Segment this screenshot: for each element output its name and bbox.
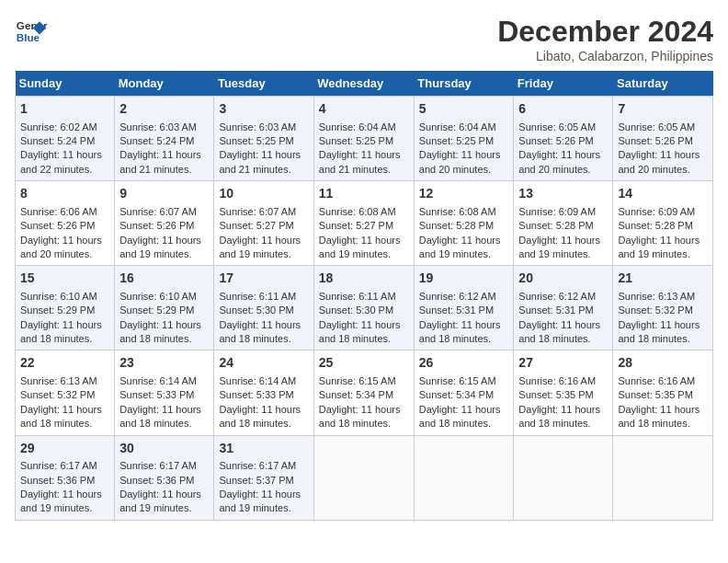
calendar-cell: 24Sunrise: 6:14 AMSunset: 5:33 PMDayligh… xyxy=(214,350,313,435)
day-number: 14 xyxy=(618,185,708,203)
sunrise-text: Sunrise: 6:04 AM xyxy=(419,121,496,132)
calendar-cell: 29Sunrise: 6:17 AMSunset: 5:36 PMDayligh… xyxy=(16,435,115,520)
day-number: 26 xyxy=(419,354,509,373)
daylight-label: Daylight: 11 hours and 21 minutes. xyxy=(119,149,201,174)
calendar-cell: 20Sunrise: 6:12 AMSunset: 5:31 PMDayligh… xyxy=(514,266,613,350)
sunset-text: Sunset: 5:29 PM xyxy=(20,304,95,316)
day-number: 20 xyxy=(518,270,608,288)
calendar-cell: 8Sunrise: 6:06 AMSunset: 5:26 PMDaylight… xyxy=(16,181,115,266)
day-number: 7 xyxy=(618,100,708,119)
calendar-cell xyxy=(313,435,414,520)
daylight-label: Daylight: 11 hours and 20 minutes. xyxy=(419,149,501,174)
calendar-week-row: 1Sunrise: 6:02 AMSunset: 5:24 PMDaylight… xyxy=(16,97,713,181)
logo: General Blue xyxy=(15,15,48,48)
sunrise-text: Sunrise: 6:12 AM xyxy=(419,291,496,302)
daylight-label: Daylight: 11 hours and 18 minutes. xyxy=(20,404,102,429)
calendar-cell: 12Sunrise: 6:08 AMSunset: 5:28 PMDayligh… xyxy=(414,181,514,266)
calendar-cell: 31Sunrise: 6:17 AMSunset: 5:37 PMDayligh… xyxy=(214,435,313,520)
day-number: 9 xyxy=(119,185,209,203)
daylight-label: Daylight: 11 hours and 18 minutes. xyxy=(419,404,501,429)
sunset-text: Sunset: 5:32 PM xyxy=(618,304,692,316)
day-number: 31 xyxy=(219,440,308,458)
calendar-cell: 7Sunrise: 6:05 AMSunset: 5:26 PMDaylight… xyxy=(613,97,713,181)
day-number: 3 xyxy=(219,100,308,119)
day-number: 10 xyxy=(219,185,308,203)
day-number: 15 xyxy=(20,270,109,288)
calendar-cell: 11Sunrise: 6:08 AMSunset: 5:27 PMDayligh… xyxy=(313,181,414,266)
sunrise-text: Sunrise: 6:08 AM xyxy=(419,206,496,217)
daylight-label: Daylight: 11 hours and 22 minutes. xyxy=(20,149,102,174)
calendar-cell: 4Sunrise: 6:04 AMSunset: 5:25 PMDaylight… xyxy=(313,97,414,181)
day-number: 13 xyxy=(518,185,608,203)
day-number: 12 xyxy=(419,185,509,203)
daylight-label: Daylight: 11 hours and 19 minutes. xyxy=(219,488,301,513)
calendar-cell xyxy=(613,435,713,520)
calendar-cell: 30Sunrise: 6:17 AMSunset: 5:36 PMDayligh… xyxy=(115,435,214,520)
calendar-cell: 9Sunrise: 6:07 AMSunset: 5:26 PMDaylight… xyxy=(115,181,214,266)
calendar-cell: 13Sunrise: 6:09 AMSunset: 5:28 PMDayligh… xyxy=(514,181,613,266)
header-saturday: Saturday xyxy=(613,71,713,97)
daylight-label: Daylight: 11 hours and 18 minutes. xyxy=(119,319,201,344)
sunset-text: Sunset: 5:28 PM xyxy=(618,220,692,231)
sunset-text: Sunset: 5:25 PM xyxy=(419,135,494,146)
sunset-text: Sunset: 5:25 PM xyxy=(319,135,393,146)
calendar-cell: 23Sunrise: 6:14 AMSunset: 5:33 PMDayligh… xyxy=(115,350,214,435)
day-number: 5 xyxy=(419,100,509,119)
sunrise-text: Sunrise: 6:05 AM xyxy=(518,121,596,132)
sunset-text: Sunset: 5:26 PM xyxy=(119,220,194,231)
calendar-cell: 26Sunrise: 6:15 AMSunset: 5:34 PMDayligh… xyxy=(414,350,514,435)
sunrise-text: Sunrise: 6:09 AM xyxy=(618,206,695,217)
day-number: 19 xyxy=(419,270,509,288)
month-title: December 2024 xyxy=(497,15,713,49)
calendar-cell: 3Sunrise: 6:03 AMSunset: 5:25 PMDaylight… xyxy=(214,97,313,181)
calendar-cell: 28Sunrise: 6:16 AMSunset: 5:35 PMDayligh… xyxy=(613,350,713,435)
calendar-cell: 2Sunrise: 6:03 AMSunset: 5:24 PMDaylight… xyxy=(115,97,214,181)
day-number: 18 xyxy=(319,270,409,288)
sunset-text: Sunset: 5:31 PM xyxy=(518,304,593,316)
calendar-week-row: 15Sunrise: 6:10 AMSunset: 5:29 PMDayligh… xyxy=(16,266,713,350)
sunset-text: Sunset: 5:32 PM xyxy=(20,389,95,400)
sunrise-text: Sunrise: 6:17 AM xyxy=(20,460,97,471)
daylight-label: Daylight: 11 hours and 18 minutes. xyxy=(119,404,201,429)
sunset-text: Sunset: 5:24 PM xyxy=(20,135,95,146)
calendar-cell: 22Sunrise: 6:13 AMSunset: 5:32 PMDayligh… xyxy=(16,350,115,435)
sunrise-text: Sunrise: 6:11 AM xyxy=(219,291,296,302)
calendar-week-row: 8Sunrise: 6:06 AMSunset: 5:26 PMDaylight… xyxy=(16,181,713,266)
sunset-text: Sunset: 5:26 PM xyxy=(518,135,593,146)
sunrise-text: Sunrise: 6:15 AM xyxy=(319,375,396,386)
calendar-cell: 19Sunrise: 6:12 AMSunset: 5:31 PMDayligh… xyxy=(414,266,514,350)
daylight-label: Daylight: 11 hours and 18 minutes. xyxy=(319,404,401,429)
daylight-label: Daylight: 11 hours and 21 minutes. xyxy=(219,149,301,174)
sunset-text: Sunset: 5:35 PM xyxy=(618,389,692,400)
daylight-label: Daylight: 11 hours and 21 minutes. xyxy=(319,149,401,174)
calendar-week-row: 22Sunrise: 6:13 AMSunset: 5:32 PMDayligh… xyxy=(16,350,713,435)
sunset-text: Sunset: 5:37 PM xyxy=(219,475,293,486)
daylight-label: Daylight: 11 hours and 19 minutes. xyxy=(20,488,102,513)
daylight-label: Daylight: 11 hours and 18 minutes. xyxy=(419,319,501,344)
sunrise-text: Sunrise: 6:10 AM xyxy=(119,291,197,302)
page-header: General Blue December 2024 Libato, Calab… xyxy=(15,15,713,63)
calendar-cell: 6Sunrise: 6:05 AMSunset: 5:26 PMDaylight… xyxy=(514,97,613,181)
daylight-label: Daylight: 11 hours and 19 minutes. xyxy=(219,235,301,259)
sunset-text: Sunset: 5:27 PM xyxy=(219,220,293,231)
day-number: 25 xyxy=(319,354,409,373)
day-number: 22 xyxy=(20,354,109,373)
sunrise-text: Sunrise: 6:04 AM xyxy=(319,121,396,132)
daylight-label: Daylight: 11 hours and 19 minutes. xyxy=(319,235,401,259)
day-number: 21 xyxy=(618,270,708,288)
day-number: 6 xyxy=(518,100,608,119)
daylight-label: Daylight: 11 hours and 18 minutes. xyxy=(618,404,700,429)
sunrise-text: Sunrise: 6:02 AM xyxy=(20,121,97,132)
calendar-cell: 16Sunrise: 6:10 AMSunset: 5:29 PMDayligh… xyxy=(115,266,214,350)
sunrise-text: Sunrise: 6:03 AM xyxy=(119,121,197,132)
logo-icon: General Blue xyxy=(15,15,48,48)
calendar-table: Sunday Monday Tuesday Wednesday Thursday… xyxy=(15,71,713,521)
calendar-cell: 17Sunrise: 6:11 AMSunset: 5:30 PMDayligh… xyxy=(214,266,313,350)
header-sunday: Sunday xyxy=(16,71,115,97)
sunset-text: Sunset: 5:33 PM xyxy=(219,389,293,400)
svg-text:Blue: Blue xyxy=(17,31,40,43)
daylight-label: Daylight: 11 hours and 19 minutes. xyxy=(518,235,600,259)
daylight-label: Daylight: 11 hours and 18 minutes. xyxy=(219,404,301,429)
sunset-text: Sunset: 5:33 PM xyxy=(119,389,194,400)
sunrise-text: Sunrise: 6:17 AM xyxy=(219,460,296,471)
